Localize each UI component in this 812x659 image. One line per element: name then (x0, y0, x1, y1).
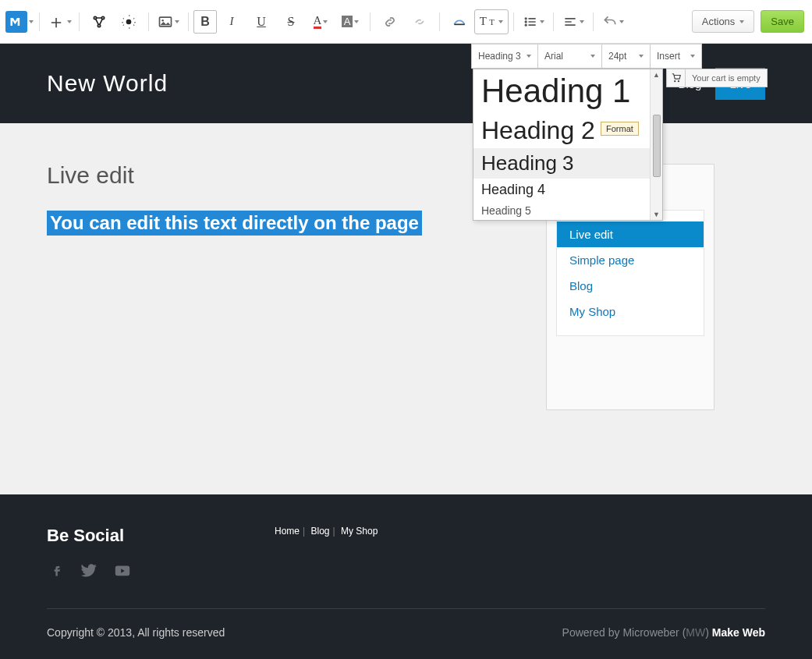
format-subbar: Heading 3 Arial 24pt Insert (471, 44, 702, 69)
text-color-button[interactable]: A (306, 7, 335, 37)
format-tooltip: Format (601, 122, 639, 136)
separator (148, 12, 149, 31)
strike-button[interactable]: S (276, 7, 306, 37)
powered-by: Powered by Microweber (MW) Make Web (562, 626, 765, 639)
underline-button[interactable]: U (246, 7, 276, 37)
chevron-down-icon (175, 20, 179, 23)
logo-button[interactable] (5, 7, 34, 37)
site-footer: Be Social Home| Blog| My Shop Copyright … (0, 494, 812, 659)
link-button[interactable] (375, 7, 405, 37)
list-button[interactable] (519, 7, 548, 37)
scroll-down-icon[interactable]: ▼ (653, 211, 660, 218)
chevron-down-icon (67, 20, 72, 23)
powered-prefix: Powered by Microweber ( (562, 626, 686, 639)
chevron-down-icon (29, 20, 34, 23)
insert-select[interactable]: Insert (651, 44, 702, 69)
format-option-h5[interactable]: Heading 5 (473, 201, 662, 220)
social-title: Be Social (47, 526, 765, 546)
chevron-down-icon (323, 20, 328, 23)
clear-format-button[interactable] (445, 7, 474, 37)
save-label: Save (771, 16, 794, 27)
chevron-down-icon (690, 55, 695, 58)
chevron-down-icon (540, 20, 544, 23)
footer-breadcrumbs: Home| Blog| My Shop (275, 526, 378, 537)
format-dropdown-button[interactable]: TT (474, 9, 509, 34)
save-button[interactable]: Save (761, 10, 804, 33)
settings-button[interactable] (114, 7, 144, 37)
chevron-down-icon (639, 55, 644, 58)
actions-button[interactable]: Actions (692, 10, 755, 33)
font-value: Arial (544, 51, 563, 62)
chevron-down-icon (354, 20, 359, 23)
actions-label: Actions (702, 16, 736, 27)
chevron-down-icon (580, 20, 584, 23)
cart-widget[interactable]: Your cart is empty (666, 69, 768, 87)
cart-icon (667, 69, 686, 87)
panel-scrollbar[interactable]: ▲ ▼ (650, 69, 662, 220)
facebook-icon[interactable] (47, 560, 67, 580)
bold-button[interactable]: B (193, 10, 217, 34)
add-button[interactable]: ＋ (44, 7, 74, 37)
footer-divider (47, 608, 765, 609)
toolbar-right: Actions Save (692, 10, 807, 33)
align-button[interactable] (558, 7, 588, 37)
separator (79, 12, 80, 31)
format-option-h3[interactable]: Heading 3 (473, 148, 662, 179)
modules-button[interactable] (84, 7, 114, 37)
make-web-link[interactable]: Make Web (712, 626, 765, 639)
youtube-icon[interactable] (112, 560, 133, 580)
scroll-up-icon[interactable]: ▲ (653, 71, 660, 79)
chevron-down-icon (619, 20, 624, 23)
chevron-down-icon (498, 20, 503, 23)
format-option-h1[interactable]: Heading 1 (473, 69, 662, 113)
separator (593, 12, 594, 31)
editor-toolbar: ＋ B I U S A A TT (0, 0, 812, 44)
svg-point-2 (98, 24, 100, 27)
font-family-select[interactable]: Arial (538, 44, 602, 69)
undo-button[interactable] (598, 7, 628, 37)
separator (513, 12, 514, 31)
chevron-down-icon (527, 55, 531, 58)
sidebar-item-shop[interactable]: My Shop (557, 299, 704, 324)
crumb-shop[interactable]: My Shop (341, 526, 378, 537)
paragraph-format-select[interactable]: Heading 3 (471, 44, 538, 69)
chevron-down-icon (739, 20, 744, 23)
powered-mw: MW (686, 626, 705, 639)
separator (439, 12, 440, 31)
separator (553, 12, 554, 31)
format-value: Heading 3 (478, 51, 521, 62)
svg-point-5 (525, 18, 527, 19)
copyright-text: Copyright © 2013, All rights reserved (47, 626, 225, 639)
separator (370, 12, 371, 31)
unlink-button[interactable] (405, 7, 434, 37)
separator (188, 12, 189, 31)
separator (39, 12, 40, 31)
image-button[interactable] (154, 7, 183, 37)
social-icons (47, 560, 765, 580)
sidebar-item-blog[interactable]: Blog (557, 273, 704, 299)
sidebar-item-live-edit[interactable]: Live edit (557, 221, 704, 247)
footer-row: Copyright © 2013, All rights reserved Po… (47, 626, 765, 639)
twitter-icon[interactable] (80, 560, 100, 580)
editable-text-selection[interactable]: You can edit this text directly on the p… (47, 211, 422, 236)
bg-color-button[interactable]: A (335, 7, 365, 37)
svg-point-0 (94, 16, 96, 19)
scroll-thumb[interactable] (653, 115, 661, 177)
powered-suffix: ) (705, 626, 712, 639)
font-size-select[interactable]: 24pt (602, 44, 651, 69)
cart-text: Your cart is empty (686, 73, 767, 83)
insert-value: Insert (657, 51, 680, 62)
format-options-panel: Heading 1 Heading 2 Heading 3 Heading 4 … (473, 69, 663, 221)
svg-point-6 (525, 21, 527, 23)
size-value: 24pt (608, 51, 626, 62)
svg-point-7 (525, 24, 527, 26)
format-option-h4[interactable]: Heading 4 (473, 179, 662, 201)
crumb-home[interactable]: Home (275, 526, 300, 537)
svg-point-4 (161, 19, 164, 21)
italic-button[interactable]: I (217, 7, 246, 37)
crumb-blog[interactable]: Blog (310, 526, 329, 537)
chevron-down-icon (590, 55, 595, 58)
microweber-logo-icon (5, 11, 27, 33)
sidebar-item-simple-page[interactable]: Simple page (557, 247, 704, 273)
svg-point-1 (101, 16, 104, 19)
